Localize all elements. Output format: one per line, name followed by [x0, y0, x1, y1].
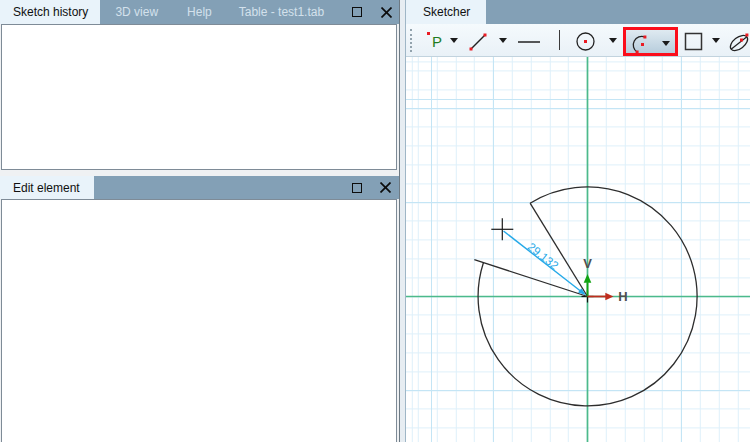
sketcher-toolbar: P [406, 24, 750, 57]
axis-lines [406, 57, 750, 442]
v-axis-label: V [583, 256, 592, 271]
close-button[interactable] [375, 0, 397, 24]
circle-tool-button[interactable] [575, 30, 597, 55]
tab-edit-element[interactable]: Edit element [0, 176, 94, 199]
maximize-icon [352, 183, 362, 193]
h-axis-label: H [618, 289, 627, 304]
ellipse-icon [728, 30, 750, 54]
arc-icon [632, 33, 654, 55]
dimension-line: 29.132 [504, 231, 587, 295]
panel-splitter[interactable] [399, 0, 406, 442]
point-dropdown-caret[interactable] [450, 38, 458, 43]
rectangle-dropdown-caret[interactable] [712, 38, 720, 43]
edit-element-titlebar: Edit element [0, 176, 399, 199]
close-icon [381, 7, 392, 18]
edit-element-panel: Edit element [0, 176, 399, 442]
arc-tool-highlight [623, 27, 678, 56]
cursor-crosshair-icon [491, 218, 513, 240]
sketch-history-titlebar: Sketch history 3D view Help Table - test… [0, 0, 399, 24]
ellipse-tool-button[interactable] [728, 30, 750, 57]
tab-help[interactable]: Help [173, 0, 226, 24]
toolbar-separator [559, 30, 560, 50]
line-dropdown-caret[interactable] [499, 38, 507, 43]
edit-element-content [1, 199, 397, 442]
tab-sketcher[interactable]: Sketcher [406, 0, 486, 24]
maximize-button[interactable] [346, 0, 368, 24]
line-tool-button[interactable] [467, 30, 489, 55]
h-axis-arrow [588, 293, 614, 301]
arc-tool-button[interactable] [632, 33, 654, 58]
point-tool-button[interactable]: P [426, 30, 448, 55]
point-icon: P [426, 30, 448, 52]
rectangle-tool-button[interactable] [683, 30, 705, 55]
svg-text:P: P [432, 33, 442, 50]
horizontal-line-tool-button[interactable] [517, 30, 541, 55]
close-icon [380, 182, 391, 193]
maximize-button[interactable] [346, 176, 368, 199]
rectangle-icon [683, 30, 705, 52]
tab-3d-view[interactable]: 3D view [100, 0, 173, 24]
tab-sketch-history[interactable]: Sketch history [0, 0, 100, 24]
sketch-history-panel: Sketch history 3D view Help Table - test… [0, 0, 399, 171]
circle-dropdown-caret[interactable] [609, 38, 617, 43]
close-button[interactable] [374, 176, 396, 199]
line-icon [467, 30, 489, 52]
arc-dropdown-caret[interactable] [662, 41, 670, 46]
left-panel-column: Sketch history 3D view Help Table - test… [0, 0, 399, 442]
sketcher-titlebar: Sketcher [406, 0, 750, 24]
arc-radius-line-end [474, 260, 587, 297]
sketcher-panel: Sketcher P [406, 0, 750, 442]
tab-table-test1-tab[interactable]: Table - test1.tab [226, 0, 337, 24]
sketch-history-content [1, 24, 397, 170]
toolbar-grip[interactable] [410, 29, 412, 52]
horizontal-line-icon [517, 30, 541, 52]
sketch-canvas[interactable]: 29.132 V H [406, 57, 750, 442]
maximize-icon [352, 7, 362, 17]
circle-icon [575, 30, 597, 52]
